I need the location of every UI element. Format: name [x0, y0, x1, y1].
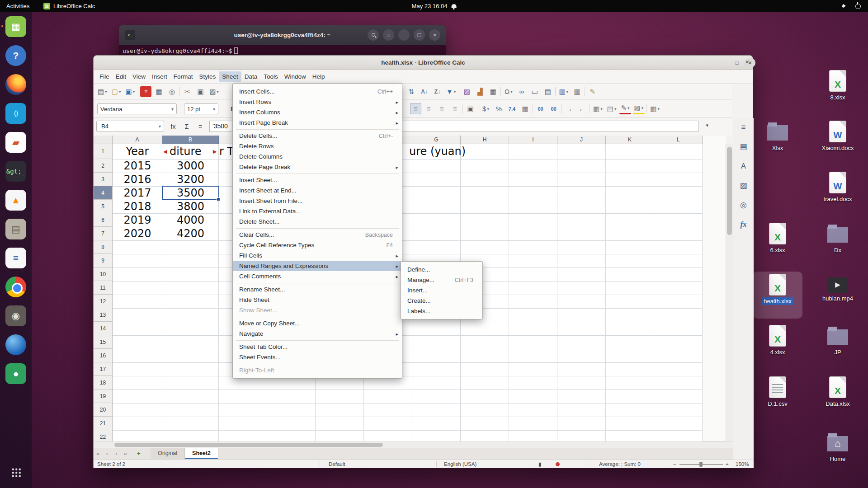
- row-header[interactable]: 6: [94, 213, 112, 227]
- menu-insert[interactable]: Insert: [149, 71, 170, 82]
- row-header[interactable]: 8: [94, 240, 112, 254]
- dock-vscode[interactable]: ⟨⟩: [5, 103, 26, 124]
- desktop-icon-6-xlsx[interactable]: 6.xlsx: [753, 221, 802, 267]
- sort-button[interactable]: ⇅: [406, 86, 417, 97]
- row-header[interactable]: 20: [94, 403, 112, 417]
- cell-B1-fragment[interactable]: diture: [170, 144, 202, 159]
- sort-descending-button[interactable]: Z↓: [432, 86, 443, 97]
- sidebar-navigator-icon[interactable]: ◎: [738, 200, 750, 211]
- menu-help[interactable]: Help: [309, 71, 328, 82]
- merge-cells-button[interactable]: ▣: [465, 103, 476, 114]
- menu-item-cell-comments[interactable]: Cell Comments: [233, 271, 402, 282]
- menu-item-sheet-events[interactable]: Sheet Events...: [233, 352, 402, 362]
- row-header[interactable]: 18: [94, 376, 112, 389]
- desktop-icon-health-xlsx[interactable]: health.xlsx: [753, 272, 802, 319]
- menu-sheet[interactable]: Sheet: [219, 71, 241, 82]
- justified-button[interactable]: ≡: [449, 103, 461, 114]
- row-header[interactable]: 4: [94, 186, 112, 200]
- cell-C1-fragment[interactable]: r T: [219, 144, 234, 159]
- name-box[interactable]: B4 ▾: [96, 121, 164, 132]
- menu-view[interactable]: View: [129, 71, 149, 82]
- dock-vlc[interactable]: ▲: [5, 190, 26, 211]
- open-button[interactable]: ▢: [110, 86, 123, 97]
- terminal-minimize-button[interactable]: −: [398, 29, 410, 41]
- format-currency-button[interactable]: $: [480, 103, 491, 114]
- menu-data[interactable]: Data: [241, 71, 261, 82]
- vertical-scrollbar-thumb[interactable]: [727, 147, 732, 235]
- formula-button[interactable]: =: [195, 121, 206, 132]
- format-date-button[interactable]: ▦: [519, 103, 531, 114]
- dock-libreoffice-writer[interactable]: ≡: [5, 248, 26, 268]
- menu-item-insert-columns[interactable]: Insert Columns: [233, 107, 402, 117]
- cell-A1[interactable]: Year: [113, 144, 162, 159]
- sidebar-styles-icon[interactable]: A: [738, 161, 750, 172]
- close-document-button[interactable]: ×: [745, 58, 749, 66]
- show-applications-button[interactable]: [5, 462, 26, 483]
- page-style-label[interactable]: Default: [329, 460, 345, 468]
- save-button[interactable]: ▣: [124, 86, 136, 97]
- font-name-combo[interactable]: Verdana ▾: [97, 103, 177, 114]
- horizontal-scrollbar[interactable]: [94, 441, 733, 448]
- select-sum-button[interactable]: Σ: [181, 121, 192, 132]
- dock-help[interactable]: ?: [5, 45, 26, 66]
- selection-mode-icon[interactable]: ▮: [538, 460, 541, 468]
- desktop-icon-8-xlsx[interactable]: 8.xlsx: [813, 68, 863, 115]
- menu-item-delete-cells[interactable]: Delete Cells... Ctrl+-: [233, 131, 402, 141]
- activities-button[interactable]: Activities: [6, 3, 29, 9]
- zoom-out-button[interactable]: −: [673, 460, 676, 468]
- system-tray[interactable]: [842, 3, 861, 9]
- column-header[interactable]: H: [461, 136, 509, 144]
- freeze-rows-columns-button[interactable]: ▥: [557, 86, 570, 97]
- desktop-icon-jp-folder[interactable]: JP: [813, 323, 863, 370]
- cell-F1-fragment[interactable]: ure (yuan): [409, 144, 466, 159]
- submenu-item-create[interactable]: Create...: [401, 296, 482, 306]
- align-left-button[interactable]: ≡: [410, 103, 421, 114]
- new-document-button[interactable]: ▤: [96, 86, 108, 97]
- expand-formula-bar-icon[interactable]: ▾: [706, 122, 708, 128]
- decrease-indent-button[interactable]: ←: [576, 103, 588, 114]
- comment-button[interactable]: ▭: [529, 86, 540, 97]
- last-sheet-button[interactable]: »: [121, 448, 130, 459]
- column-header[interactable]: J: [557, 136, 606, 144]
- minimize-button[interactable]: −: [715, 58, 726, 68]
- row-header[interactable]: 22: [94, 430, 112, 441]
- row-header[interactable]: 11: [94, 281, 112, 295]
- copy-button[interactable]: ▣: [195, 86, 206, 97]
- terminal-maximize-button[interactable]: □: [414, 29, 425, 41]
- zoom-in-button[interactable]: +: [726, 460, 729, 468]
- language-label[interactable]: English (USA): [444, 460, 476, 468]
- cell-B5[interactable]: 3800: [162, 200, 219, 213]
- dock-firefox[interactable]: [5, 74, 26, 95]
- cut-button[interactable]: ✂: [182, 86, 193, 97]
- desktop-icon-data-xlsx[interactable]: Data.xlsx: [813, 374, 863, 421]
- dock-libreoffice-calc[interactable]: ▦: [5, 16, 26, 37]
- menu-file[interactable]: File: [96, 71, 113, 82]
- menu-item-delete-sheet[interactable]: Delete Sheet...: [233, 216, 402, 227]
- dock-chrome[interactable]: [5, 277, 26, 297]
- borders-button[interactable]: ▦: [592, 103, 604, 114]
- column-header[interactable]: G: [412, 136, 461, 144]
- calc-titlebar[interactable]: health.xlsx - LibreOffice Calc: [94, 56, 753, 70]
- cell-A2[interactable]: 2015: [113, 159, 162, 173]
- cell-A6[interactable]: 2019: [113, 213, 162, 227]
- align-right-button[interactable]: ≡: [436, 103, 448, 114]
- menu-item-navigate[interactable]: Navigate: [233, 328, 402, 339]
- desktop-icon-travel-docx[interactable]: travel.docx: [813, 169, 863, 216]
- menu-item-insert-sheet-at-end[interactable]: Insert Sheet at End...: [233, 185, 402, 196]
- dock-software[interactable]: ●: [5, 363, 26, 384]
- tab-original[interactable]: Original: [151, 448, 185, 459]
- menu-item-insert-page-break[interactable]: Insert Page Break: [233, 117, 402, 128]
- format-number-button[interactable]: 7.4: [506, 103, 518, 114]
- terminal-menu-button[interactable]: ≡: [383, 29, 394, 41]
- row-header[interactable]: 17: [94, 362, 112, 376]
- menu-item-insert-cells[interactable]: Insert Cells... Ctrl++: [233, 86, 402, 97]
- row-header[interactable]: 19: [94, 389, 112, 403]
- sidebar-settings-icon[interactable]: ≡: [738, 122, 750, 133]
- split-window-button[interactable]: ▥: [571, 86, 583, 97]
- previous-sheet-button[interactable]: ‹: [103, 448, 112, 459]
- print-button[interactable]: ▦: [153, 86, 165, 97]
- border-style-button[interactable]: ▤: [606, 103, 618, 114]
- column-header[interactable]: L: [654, 136, 703, 144]
- desktop-icon-dx-folder[interactable]: Dx: [813, 221, 863, 267]
- menu-styles[interactable]: Styles: [196, 71, 219, 82]
